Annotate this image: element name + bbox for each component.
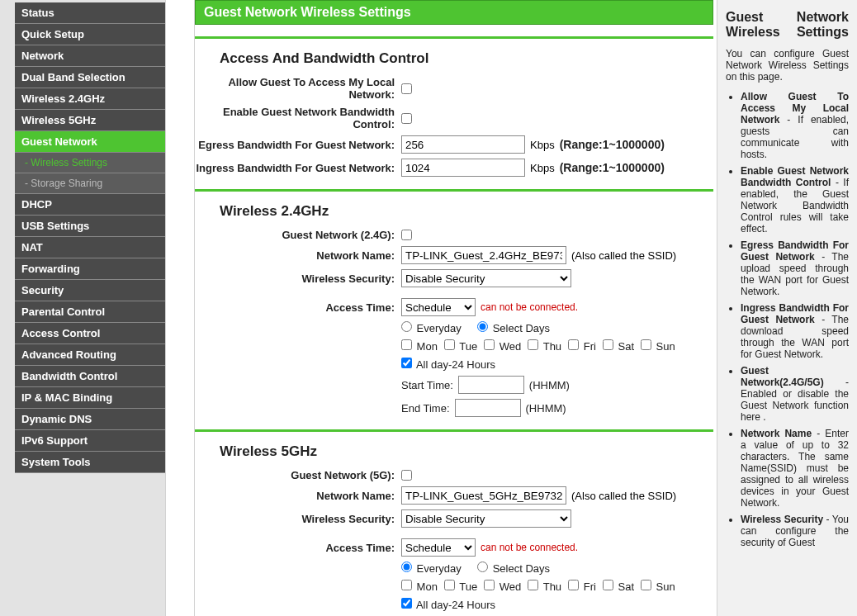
nav-item-usb-settings[interactable]: USB Settings [15, 216, 165, 237]
w24-day-thu[interactable]: Thu [528, 339, 561, 353]
w24-end-hint: (HHMM) [526, 402, 566, 415]
w24-access-warn: can not be connected. [481, 301, 578, 313]
help-item: Wireless Security - You can configure th… [741, 514, 849, 548]
w5-enable-checkbox[interactable] [401, 470, 412, 481]
ingress-unit: Kbps [530, 162, 555, 174]
main-content: Guest Network Wireless Settings Access A… [195, 0, 717, 616]
allow-local-label: Allow Guest To Access My Local Network: [195, 76, 401, 101]
w24-access-select[interactable]: Schedule [401, 298, 476, 316]
w24-day-sun[interactable]: Sun [641, 339, 675, 353]
nav-item-dynamic-dns[interactable]: Dynamic DNS [15, 409, 165, 430]
w5-access-select[interactable]: Schedule [401, 538, 476, 557]
w5-ssid-input[interactable] [401, 486, 566, 505]
help-title: Guest Network Wireless Settings [726, 10, 849, 40]
nav-item-parental-control[interactable]: Parental Control [15, 301, 165, 323]
w5-access-label: Access Time: [195, 542, 401, 554]
nav-item-nat[interactable]: NAT [15, 237, 165, 258]
help-panel: Guest Network Wireless Settings You can … [717, 0, 857, 616]
nav-item-status[interactable]: Status [15, 2, 165, 24]
nav-item-wireless-5ghz[interactable]: Wireless 5GHz [15, 110, 165, 131]
help-item: Egress Bandwidth For Guest Network - The… [741, 239, 849, 297]
allow-local-checkbox[interactable] [401, 83, 412, 94]
w5-everyday-radio[interactable]: Everyday [401, 562, 462, 575]
egress-unit: Kbps [530, 139, 555, 151]
help-item: Allow Guest To Access My Local Network -… [741, 91, 849, 160]
w24-heading: Wireless 2.4GHz [220, 203, 713, 220]
w5-heading: Wireless 5GHz [220, 443, 713, 460]
w5-day-sun[interactable]: Sun [641, 580, 675, 593]
w24-everyday-radio[interactable]: Everyday [401, 321, 462, 334]
w5-day-fri[interactable]: Fri [568, 580, 596, 593]
sidebar-nav: StatusQuick SetupNetworkDual Band Select… [15, 0, 165, 616]
nav-item-ip-mac-binding[interactable]: IP & MAC Binding [15, 387, 165, 409]
w24-start-hint: (HHMM) [529, 379, 570, 391]
egress-input[interactable] [401, 135, 525, 154]
w5-ssid-hint: (Also called the SSID) [571, 490, 676, 502]
help-item: Enable Guest Network Bandwidth Control -… [741, 165, 849, 235]
w24-security-select[interactable]: Disable Security [401, 269, 571, 287]
nav-item-wireless-2-4ghz[interactable]: Wireless 2.4GHz [15, 88, 165, 110]
w24-access-label: Access Time: [195, 301, 401, 314]
w24-day-mon[interactable]: Mon [401, 339, 438, 353]
access-heading: Access And Bandwidth Control [220, 50, 713, 67]
w5-day-tue[interactable]: Tue [444, 580, 477, 593]
section-access-bandwidth: Access And Bandwidth Control Allow Guest… [195, 50, 713, 192]
help-list: Allow Guest To Access My Local Network -… [726, 91, 849, 548]
w24-day-wed[interactable]: Wed [484, 339, 521, 353]
w24-end-input[interactable] [455, 399, 521, 417]
help-item: Network Name - Enter a value of up to 32… [741, 428, 849, 509]
w24-day-tue[interactable]: Tue [444, 339, 477, 353]
nav-sub--storage-sharing[interactable]: - Storage Sharing [15, 173, 165, 194]
w24-start-label: Start Time: [401, 379, 453, 391]
nav-item-security[interactable]: Security [15, 280, 165, 301]
w24-end-label: End Time: [401, 402, 450, 415]
w24-sec-label: Wireless Security: [195, 272, 401, 285]
section-wireless-5: Wireless 5GHz Guest Network (5G): Networ… [195, 443, 713, 616]
w24-ssid-hint: (Also called the SSID) [571, 249, 676, 262]
enable-bwctrl-label: Enable Guest Network Bandwidth Control: [195, 106, 401, 130]
nav-item-quick-setup[interactable]: Quick Setup [15, 24, 165, 45]
help-item: Guest Network(2.4G/5G) - Enabled or disa… [741, 365, 849, 423]
w5-day-sat[interactable]: Sat [603, 580, 634, 593]
nav-item-access-control[interactable]: Access Control [15, 323, 165, 344]
w24-day-fri[interactable]: Fri [568, 339, 596, 353]
nav-item-network[interactable]: Network [15, 45, 165, 67]
nav-item-dual-band-selection[interactable]: Dual Band Selection [15, 67, 165, 88]
ingress-input[interactable] [401, 159, 525, 177]
nav-item-advanced-routing[interactable]: Advanced Routing [15, 344, 165, 366]
nav-item-forwarding[interactable]: Forwarding [15, 258, 165, 280]
w24-days: Mon Tue Wed Thu Fri Sat Sun [401, 339, 713, 353]
w24-allday-checkbox[interactable]: All day-24 Hours [401, 358, 495, 371]
section-wireless-24: Wireless 2.4GHz Guest Network (2.4G): Ne… [195, 203, 713, 432]
w5-enable-label: Guest Network (5G): [195, 469, 401, 481]
ingress-range: (Range:1~1000000) [560, 161, 665, 174]
w24-ssid-input[interactable] [401, 246, 566, 264]
w5-day-thu[interactable]: Thu [528, 580, 561, 593]
egress-label: Egress Bandwidth For Guest Network: [195, 139, 401, 151]
w24-selectdays-radio[interactable]: Select Days [477, 321, 550, 334]
nav-item-system-tools[interactable]: System Tools [15, 452, 165, 473]
nav-item-bandwidth-control[interactable]: Bandwidth Control [15, 366, 165, 387]
w5-sec-label: Wireless Security: [195, 513, 401, 525]
w5-access-warn: can not be connected. [481, 542, 578, 553]
ingress-label: Ingress Bandwidth For Guest Network: [195, 162, 401, 174]
w5-selectdays-radio[interactable]: Select Days [477, 562, 550, 575]
w24-enable-checkbox[interactable] [401, 230, 412, 240]
egress-range: (Range:1~1000000) [560, 138, 665, 151]
nav-item-ipv6-support[interactable]: IPv6 Support [15, 430, 165, 452]
enable-bwctrl-checkbox[interactable] [401, 113, 412, 124]
w24-day-sat[interactable]: Sat [603, 339, 634, 353]
w5-security-select[interactable]: Disable Security [401, 509, 571, 528]
w24-enable-label: Guest Network (2.4G): [195, 229, 401, 241]
nav-item-guest-network[interactable]: Guest Network [15, 131, 165, 153]
w24-name-label: Network Name: [195, 249, 401, 262]
nav-sub--wireless-settings[interactable]: - Wireless Settings [15, 153, 165, 173]
w5-days: Mon Tue Wed Thu Fri Sat Sun [401, 580, 713, 593]
nav-item-dhcp[interactable]: DHCP [15, 194, 165, 216]
help-intro: You can configure Guest Network Wireless… [726, 48, 849, 83]
w5-name-label: Network Name: [195, 490, 401, 502]
w5-day-mon[interactable]: Mon [401, 580, 438, 593]
w5-day-wed[interactable]: Wed [484, 580, 521, 593]
w5-allday-checkbox[interactable]: All day-24 Hours [401, 598, 495, 611]
w24-start-input[interactable] [458, 376, 524, 394]
